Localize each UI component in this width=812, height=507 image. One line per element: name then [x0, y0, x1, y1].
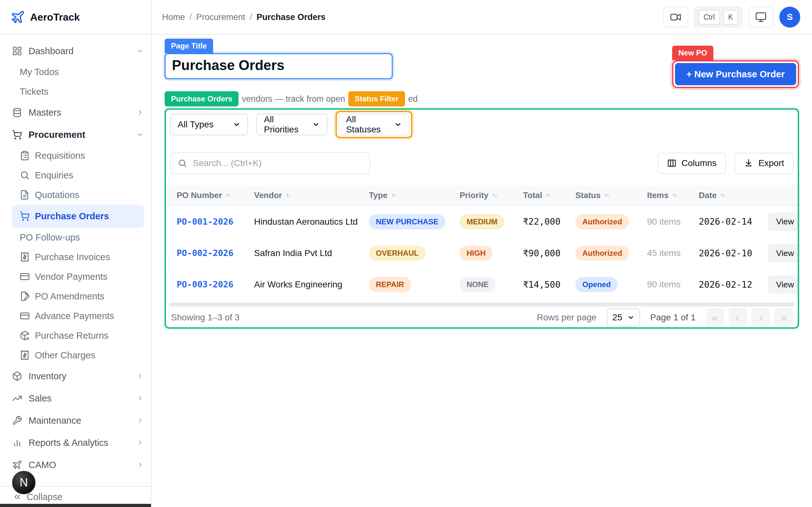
sidebar-item-dashboard[interactable]: Dashboard: [12, 40, 144, 62]
display-mode-button[interactable]: [748, 7, 774, 27]
total-cell: ₹14,500: [521, 279, 573, 290]
sidebar-item-tickets[interactable]: Tickets: [12, 82, 144, 101]
total-cell: ₹22,000: [521, 216, 573, 227]
user-avatar[interactable]: S: [779, 7, 800, 27]
search-icon: [177, 158, 187, 168]
sidebar-item-purchase-invoices[interactable]: Purchase Invoices: [12, 247, 144, 267]
credit-card-icon: [20, 272, 30, 282]
previous-page-button[interactable]: ‹: [728, 308, 747, 327]
type-filter-select[interactable]: All Types: [170, 114, 248, 135]
sidebar-item-vendor-payments[interactable]: Vendor Payments: [12, 267, 144, 286]
new-po-group: New PO + New Purchase Order: [672, 46, 799, 88]
chevron-down-icon: [312, 121, 320, 128]
main-area: Home / Procurement / Purchase Orders Ctr…: [152, 0, 812, 507]
first-page-button[interactable]: «: [706, 308, 724, 327]
app-logo: AeroTrack: [0, 0, 151, 35]
priority-badge: MEDIUM: [460, 214, 504, 229]
sidebar-item-quotations[interactable]: Quotations: [12, 185, 144, 205]
horizontal-scrollbar[interactable]: [169, 302, 795, 306]
video-camera-button[interactable]: [663, 7, 688, 27]
new-po-annotation-ring: + New Purchase Order: [672, 60, 799, 88]
chevron-down-icon: [394, 121, 402, 128]
search-input[interactable]: [193, 158, 362, 168]
ctrl-keycap: Ctrl: [699, 10, 720, 25]
sidebar-item-sales[interactable]: Sales: [12, 387, 144, 409]
pagination-group: Rows per page 25 Page 1 of 1 « ‹ › »: [537, 308, 793, 327]
table-header-row: PO Number Vendor Type Priority Total Sta…: [166, 185, 798, 206]
subtitle-text-before: vendors — track from open: [242, 94, 345, 104]
type-badge: OVERHAUL: [369, 245, 426, 261]
search-icon: [20, 170, 30, 180]
chevron-right-icon: [136, 395, 144, 402]
rows-per-page-select[interactable]: 25: [607, 308, 640, 327]
sidebar-item-procurement[interactable]: Procurement: [12, 124, 144, 146]
po-number-link[interactable]: PO-002-2026: [177, 248, 234, 258]
sidebar-item-masters[interactable]: Masters: [12, 101, 144, 124]
column-header-type[interactable]: Type: [367, 190, 458, 200]
sort-icon: [720, 192, 726, 199]
sidebar-item-enquiries[interactable]: Enquiries: [12, 165, 144, 185]
sort-icon: [285, 192, 292, 199]
view-button[interactable]: View: [768, 275, 799, 294]
status-filter-annotation-ring: All Statuses: [336, 111, 412, 138]
sidebar-item-reports-analytics[interactable]: Reports & Analytics: [12, 432, 144, 454]
sort-icon: [604, 192, 610, 199]
column-header-status[interactable]: Status: [573, 190, 645, 200]
purchase-orders-card: All Types All Priorities All Statuses: [165, 108, 799, 329]
view-button[interactable]: View: [768, 244, 799, 262]
breadcrumb-home[interactable]: Home: [162, 12, 185, 22]
sidebar-item-camo[interactable]: CAMO: [12, 454, 144, 476]
status-badge: Authorized: [575, 214, 629, 229]
nextjs-dev-button[interactable]: N: [12, 471, 36, 494]
sort-icon: [391, 192, 397, 199]
column-header-items[interactable]: Items: [645, 190, 697, 200]
page-info: Page 1 of 1: [650, 313, 696, 323]
shopping-cart-icon: [12, 130, 22, 140]
column-header-date[interactable]: Date: [697, 190, 757, 200]
sidebar-item-other-charges[interactable]: Other Charges: [12, 345, 144, 365]
sidebar-item-requisitions[interactable]: Requisitions: [12, 146, 144, 165]
table-row[interactable]: PO-003-2026 Air Works Engineering REPAIR…: [166, 269, 798, 300]
columns-button[interactable]: Columns: [658, 153, 726, 174]
annotation-status-filter-badge: Status Filter: [348, 91, 405, 107]
type-badge: NEW PURCHASE: [369, 214, 445, 229]
page-subtitle: Purchase Orders vendors — track from ope…: [165, 91, 799, 107]
view-button[interactable]: View: [768, 213, 799, 231]
total-cell: ₹90,000: [521, 248, 573, 259]
column-header-priority[interactable]: Priority: [458, 190, 521, 200]
sidebar-item-po-follow-ups[interactable]: PO Follow-ups: [12, 228, 144, 247]
status-filter-select[interactable]: All Statuses: [339, 114, 409, 135]
table-row[interactable]: PO-002-2026 Safran India Pvt Ltd OVERHAU…: [166, 237, 798, 269]
sidebar-item-po-amendments[interactable]: PO Amendments: [12, 286, 144, 306]
keyboard-shortcut-hint[interactable]: Ctrl K: [694, 7, 743, 27]
sidebar-item-my-todos[interactable]: My Todos: [12, 62, 144, 82]
vendor-cell: Air Works Engineering: [252, 279, 367, 290]
date-cell: 2026-02-12: [697, 279, 757, 290]
po-number-link[interactable]: PO-001-2026: [177, 217, 234, 227]
breadcrumb-procurement[interactable]: Procurement: [196, 12, 246, 22]
table-row[interactable]: PO-001-2026 Hindustan Aeronautics Ltd NE…: [166, 206, 798, 237]
sidebar-item-purchase-orders[interactable]: Purchase Orders: [12, 205, 144, 228]
sidebar-item-purchase-returns[interactable]: Purchase Returns: [12, 326, 144, 345]
file-pen-icon: [20, 291, 30, 301]
sidebar-item-advance-payments[interactable]: Advance Payments: [12, 306, 144, 326]
shopping-cart-icon: [20, 211, 30, 221]
page-title: Purchase Orders: [172, 57, 386, 73]
table-actions: Columns Export: [658, 153, 794, 174]
new-purchase-order-button[interactable]: + New Purchase Order: [675, 63, 796, 85]
po-number-link[interactable]: PO-003-2026: [177, 279, 234, 289]
column-header-vendor[interactable]: Vendor: [252, 190, 367, 200]
sidebar-nav: Dashboard My Todos Tickets Masters Procu…: [0, 35, 151, 486]
last-page-button[interactable]: »: [774, 308, 793, 327]
priority-filter-select[interactable]: All Priorities: [256, 114, 327, 135]
column-header-total[interactable]: Total: [521, 190, 573, 200]
video-camera-icon: [670, 11, 681, 23]
sidebar-item-maintenance[interactable]: Maintenance: [12, 409, 144, 432]
annotation-new-po-badge: New PO: [672, 46, 714, 60]
sidebar-item-inventory[interactable]: Inventory: [12, 365, 144, 387]
date-cell: 2026-02-14: [697, 216, 757, 227]
sort-icon: [672, 192, 678, 199]
next-page-button[interactable]: ›: [751, 308, 770, 327]
export-button[interactable]: Export: [734, 153, 794, 174]
column-header-po-number[interactable]: PO Number: [166, 190, 252, 200]
